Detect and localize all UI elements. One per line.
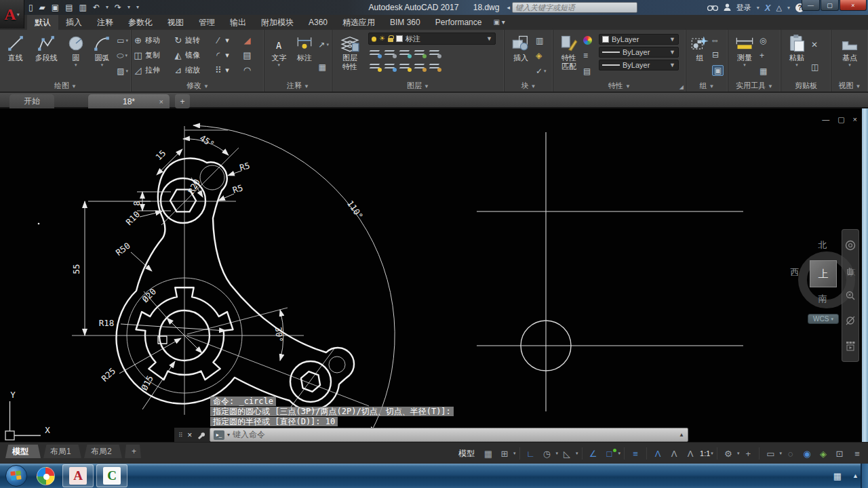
osnap-icon[interactable]: □	[603, 449, 616, 459]
tab-output[interactable]: 输出	[222, 15, 254, 30]
linetype-list-icon[interactable]: ▤	[583, 66, 598, 76]
ribbon-display-toggle-icon[interactable]: ▣ ▾	[493, 15, 505, 30]
layer-on-off-icon[interactable]	[370, 63, 380, 70]
clean-screen-icon[interactable]: ◈	[816, 449, 830, 459]
a360-icon[interactable]: △	[776, 3, 782, 12]
workspace-gear-icon[interactable]: ⚙	[722, 449, 735, 459]
text-button[interactable]: A 文字 ▾	[267, 32, 292, 80]
group-button[interactable]: 组	[688, 32, 711, 80]
caxa-taskbar-button[interactable]: C	[96, 464, 127, 487]
panel-label-block[interactable]: 块 ▼	[505, 80, 553, 92]
nav-showmotion-icon[interactable]	[845, 340, 856, 351]
isodraft-icon[interactable]: ◺	[560, 449, 574, 459]
layer-match-icon[interactable]	[429, 49, 440, 57]
input-method-keyboard-icon[interactable]: ▦	[833, 471, 842, 481]
grid-toggle-icon[interactable]: ▦	[481, 449, 495, 459]
quick-calc-icon[interactable]: ▦	[760, 66, 767, 76]
table-tool-icon[interactable]: ▦	[318, 62, 329, 72]
viewcube-north-label[interactable]: 北	[818, 239, 827, 251]
panel-label-groups[interactable]: 组 ▼	[686, 80, 728, 92]
command-input-bar[interactable]: ▸_ ▾ 键入命令 ▲	[210, 428, 688, 442]
wcs-dropdown[interactable]: WCS▾	[808, 314, 839, 324]
copy-clip-icon[interactable]: ◫	[811, 62, 818, 72]
properties-expander-icon[interactable]: ◢	[679, 84, 684, 90]
model-space-toggle[interactable]: 模型	[458, 448, 475, 460]
paste-button[interactable]: 粘贴 ▾	[783, 32, 810, 80]
file-tab-document[interactable]: 18* ×	[88, 94, 170, 108]
status-menu-icon[interactable]: ≡	[850, 449, 864, 459]
layer-prev-icon[interactable]	[429, 63, 440, 70]
tab-manage[interactable]: 管理	[191, 15, 222, 30]
group-edit-icon[interactable]: ⊟	[712, 50, 724, 60]
layer-freeze-icon[interactable]	[399, 49, 410, 57]
osnap-dropdown-icon[interactable]: ▾	[618, 451, 621, 456]
file-tab-close-icon[interactable]: ×	[159, 98, 163, 106]
search-binoculars-icon[interactable]	[707, 3, 718, 12]
layout-tab-add[interactable]: +	[125, 445, 141, 458]
drawing-canvas[interactable]: 45° 15 R5 R5 8 R20 R10 R50 55 R18 Ø20 R2…	[0, 108, 868, 442]
doc-minimize-icon[interactable]: —	[822, 115, 829, 124]
match-properties-button[interactable]: 特性 匹配	[555, 32, 583, 80]
file-tab-start[interactable]: 开始	[9, 94, 54, 108]
id-point-icon[interactable]: ◎	[760, 36, 767, 45]
layer-unisolate-icon[interactable]	[384, 49, 395, 57]
cut-scissors-icon[interactable]: ✕	[811, 40, 818, 49]
ortho-toggle-icon[interactable]: ∟	[524, 449, 538, 459]
polyline-button[interactable]: 多段线	[29, 32, 64, 80]
doc-close-icon[interactable]: ×	[853, 115, 857, 124]
insert-block-button[interactable]: 插入	[507, 32, 535, 80]
recent-commands-icon[interactable]: ▾	[227, 432, 230, 438]
mirror-button[interactable]: ◭镜像	[173, 50, 210, 60]
layer-unlock2-icon[interactable]	[414, 63, 425, 70]
doc-restore-icon[interactable]: ▢	[837, 115, 844, 124]
viewcube-south-label[interactable]: 南	[818, 293, 827, 305]
create-block-icon[interactable]: ▥	[536, 36, 547, 45]
browser-taskbar-icon[interactable]	[37, 467, 55, 485]
viewcube-west-label[interactable]: 西	[791, 266, 800, 279]
display-dropdown-icon[interactable]: ▾	[779, 451, 782, 456]
fillet-button[interactable]: ◜▾	[213, 50, 239, 60]
graphics-performance-icon[interactable]: ◉	[800, 449, 814, 459]
restore-button[interactable]: ▢	[821, 0, 839, 11]
exchange-apps-icon[interactable]: X	[765, 3, 771, 13]
nav-orbit-icon[interactable]	[845, 315, 856, 326]
close-button[interactable]: ×	[840, 0, 867, 11]
offset-button[interactable]: ◠	[242, 65, 262, 75]
circle-button[interactable]: 圆 ▾	[64, 32, 88, 80]
color-wheel-icon[interactable]	[583, 36, 592, 45]
snap-dropdown-icon[interactable]: ▾	[513, 451, 516, 456]
rotate-button[interactable]: ↻旋转	[173, 35, 210, 45]
group-selection-toggle-icon[interactable]: ▣	[712, 65, 724, 76]
layout-tab-layout1[interactable]: 布局1	[43, 445, 81, 458]
ellipse-tool-icon[interactable]: ⬭▾	[117, 51, 128, 60]
workspace-dropdown-icon[interactable]: ▾	[737, 451, 740, 456]
panel-label-layers[interactable]: 图层 ▼	[332, 80, 504, 92]
annotation-auto-scale-icon[interactable]: Λ	[667, 449, 681, 459]
layer-properties-button[interactable]: 图层 特性	[334, 32, 366, 80]
layout-tab-model[interactable]: 模型	[5, 445, 41, 458]
explode-button[interactable]: ▤	[242, 50, 262, 60]
viewcube-top-face[interactable]: 上	[810, 260, 837, 287]
snap-toggle-icon[interactable]: ⊞	[498, 449, 511, 459]
layer-lock-icon[interactable]	[414, 49, 425, 57]
lineweight-toggle-icon[interactable]: ≡	[629, 449, 642, 459]
autocad-taskbar-button[interactable]: A	[62, 464, 94, 487]
tab-annotate[interactable]: 注释	[90, 15, 121, 30]
command-expand-icon[interactable]: ▲	[679, 432, 684, 438]
command-close-icon[interactable]: ×	[187, 430, 192, 440]
signin-label[interactable]: 登录	[736, 3, 751, 13]
command-wrench-icon[interactable]	[197, 430, 205, 439]
array-button[interactable]: ⠿▾	[213, 65, 239, 75]
customization-plus-icon[interactable]: +	[741, 449, 755, 459]
stretch-button[interactable]: ◿拉伸	[133, 65, 170, 75]
tab-performance[interactable]: Performance	[428, 15, 490, 30]
fullscreen-icon[interactable]: ⊡	[833, 449, 846, 459]
panel-label-clipboard[interactable]: 剪贴板	[781, 80, 831, 92]
hatch-tool-icon[interactable]: ▨▾	[117, 66, 128, 76]
file-tab-new-icon[interactable]: +	[175, 94, 190, 108]
panel-label-draw[interactable]: 绘图 ▼	[0, 80, 131, 92]
tab-a360[interactable]: A360	[301, 15, 335, 30]
point-icon[interactable]: +	[760, 51, 767, 60]
ungroup-icon[interactable]: ▫▫	[712, 36, 724, 45]
tab-default[interactable]: 默认	[27, 15, 58, 30]
